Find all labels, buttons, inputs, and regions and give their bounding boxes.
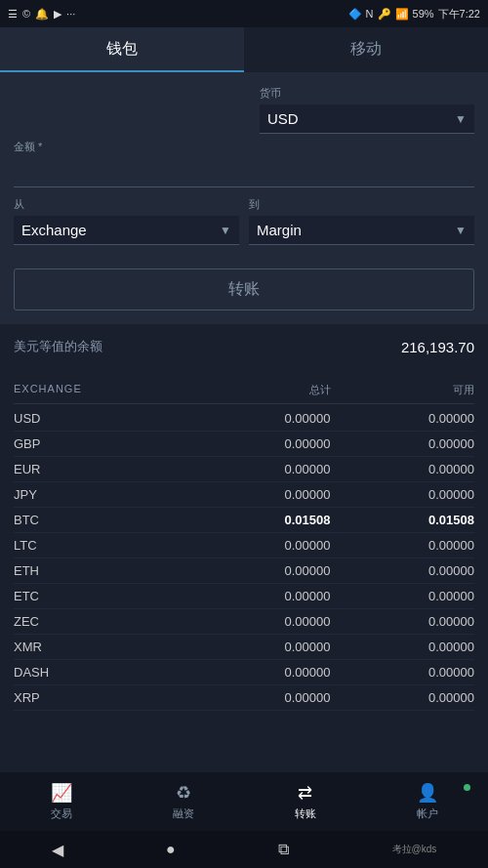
row-coin-eur: EUR	[14, 462, 186, 476]
row-total-eur: 0.00000	[186, 462, 331, 476]
account-dot	[464, 784, 470, 791]
home-button[interactable]: ●	[166, 841, 176, 858]
amount-row: 金额 *	[14, 140, 474, 187]
row-coin-gbp: GBP	[14, 436, 186, 451]
row-available-xrp: 0.00000	[331, 690, 475, 705]
bottom-nav: 📈 交易 ♻ 融资 ⇄ 转账 👤 帐户	[0, 772, 488, 831]
tab-wallet[interactable]: 钱包	[0, 27, 244, 72]
back-button[interactable]: ◀	[52, 841, 63, 859]
currency-value: USD	[267, 110, 299, 127]
table-row[interactable]: LTC 0.00000 0.00000	[14, 533, 474, 558]
account-label: 帐户	[417, 806, 438, 821]
row-total-zec: 0.00000	[186, 614, 331, 629]
row-available-xmr: 0.00000	[331, 640, 475, 654]
watermark: 考拉@kds	[392, 843, 437, 856]
battery-label: 59%	[413, 8, 434, 20]
recent-button[interactable]: ⧉	[278, 841, 289, 858]
table-row[interactable]: XMR 0.00000 0.00000	[14, 635, 474, 660]
table-row[interactable]: DASH 0.00000 0.00000	[14, 660, 474, 685]
to-arrow-icon: ▼	[455, 224, 467, 237]
nav-funding[interactable]: ♻ 融资	[122, 782, 244, 821]
row-available-eth: 0.00000	[331, 563, 475, 578]
row-available-dash: 0.00000	[331, 665, 475, 680]
status-right-icons: 🔷 N 🔑 📶 59% 下午7:22	[348, 7, 480, 21]
row-coin-xmr: XMR	[14, 640, 186, 654]
table-header: EXCHANGE 总计 可用	[14, 377, 474, 404]
table-row[interactable]: XRP 0.00000 0.00000	[14, 685, 474, 711]
row-coin-ltc: LTC	[14, 538, 186, 553]
col-exchange-label: EXCHANGE	[14, 383, 186, 397]
play-icon: ▶	[54, 8, 61, 21]
signal-icon: 📶	[395, 8, 409, 21]
from-value: Exchange	[21, 222, 87, 238]
balance-row: 美元等值的余额 216,193.70	[14, 338, 474, 355]
row-coin-jpy: JPY	[14, 487, 186, 502]
row-total-ltc: 0.00000	[186, 538, 331, 553]
to-field: 到 Margin ▼	[249, 197, 474, 245]
currency-field: 货币 USD ▼	[260, 86, 474, 134]
from-field: 从 Exchange ▼	[14, 197, 239, 245]
transfer-nav-label: 转账	[295, 806, 316, 821]
transfer-button[interactable]: 转账	[14, 269, 474, 310]
amount-label: 金额 *	[14, 140, 474, 154]
trade-label: 交易	[51, 806, 72, 821]
row-coin-zec: ZEC	[14, 614, 186, 629]
bluetooth-icon: 🔷	[348, 8, 362, 21]
nav-trade[interactable]: 📈 交易	[0, 782, 122, 821]
table-row[interactable]: ZEC 0.00000 0.00000	[14, 609, 474, 635]
nfc-icon: N	[366, 8, 374, 20]
row-total-xrp: 0.00000	[186, 690, 331, 705]
table-body: USD 0.00000 0.00000 GBP 0.00000 0.00000 …	[14, 406, 474, 711]
row-coin-usd: USD	[14, 411, 186, 426]
table-section: EXCHANGE 总计 可用 USD 0.00000 0.00000 GBP 0…	[0, 377, 488, 711]
row-available-jpy: 0.00000	[331, 487, 475, 502]
row-available-usd: 0.00000	[331, 411, 475, 426]
col-total-label: 总计	[186, 383, 331, 397]
row-total-usd: 0.00000	[186, 411, 331, 426]
row-total-xmr: 0.00000	[186, 640, 331, 654]
table-row[interactable]: ETC 0.00000 0.00000	[14, 584, 474, 609]
currency-select[interactable]: USD ▼	[260, 104, 474, 134]
row-available-eur: 0.00000	[331, 462, 475, 476]
col-available-label: 可用	[331, 383, 475, 397]
from-arrow-icon: ▼	[220, 224, 231, 237]
nav-account[interactable]: 👤 帐户	[366, 782, 488, 821]
nav-transfer[interactable]: ⇄ 转账	[244, 782, 366, 821]
row-available-zec: 0.00000	[331, 614, 475, 629]
row-available-btc: 0.01508	[331, 513, 475, 527]
app-icon: ©	[22, 8, 30, 20]
amount-field: 金额 *	[14, 140, 474, 187]
tab-bar: 钱包 移动	[0, 27, 488, 72]
row-total-etc: 0.00000	[186, 589, 331, 603]
row-coin-eth: ETH	[14, 563, 186, 578]
table-row[interactable]: BTC 0.01508 0.01508	[14, 508, 474, 533]
table-row[interactable]: EUR 0.00000 0.00000	[14, 457, 474, 482]
tab-mobile[interactable]: 移动	[244, 27, 488, 72]
row-total-eth: 0.00000	[186, 563, 331, 578]
table-row[interactable]: GBP 0.00000 0.00000	[14, 432, 474, 457]
row-coin-btc: BTC	[14, 513, 186, 527]
from-select[interactable]: Exchange ▼	[14, 216, 239, 245]
amount-input[interactable]	[14, 158, 474, 187]
row-total-dash: 0.00000	[186, 665, 331, 680]
status-left-icons: ☰ © 🔔 ▶ ···	[8, 8, 75, 21]
menu-icon: ☰	[8, 8, 18, 21]
account-icon: 👤	[417, 782, 438, 804]
row-coin-dash: DASH	[14, 665, 186, 680]
row-available-ltc: 0.00000	[331, 538, 475, 553]
row-total-btc: 0.01508	[186, 513, 331, 527]
to-value: Margin	[257, 222, 302, 238]
time-label: 下午7:22	[438, 7, 480, 21]
balance-section: 美元等值的余额 216,193.70	[0, 324, 488, 377]
table-row[interactable]: USD 0.00000 0.00000	[14, 406, 474, 432]
row-available-gbp: 0.00000	[331, 436, 475, 451]
currency-row: 货币 USD ▼	[14, 86, 474, 134]
row-coin-etc: ETC	[14, 589, 186, 603]
to-select[interactable]: Margin ▼	[249, 216, 474, 245]
transfer-btn-row: 转账	[14, 259, 474, 324]
table-row[interactable]: ETH 0.00000 0.00000	[14, 558, 474, 584]
table-row[interactable]: JPY 0.00000 0.00000	[14, 482, 474, 508]
balance-label: 美元等值的余额	[14, 338, 102, 355]
balance-value: 216,193.70	[401, 339, 474, 355]
from-to-row: 从 Exchange ▼ 到 Margin ▼	[14, 197, 474, 245]
